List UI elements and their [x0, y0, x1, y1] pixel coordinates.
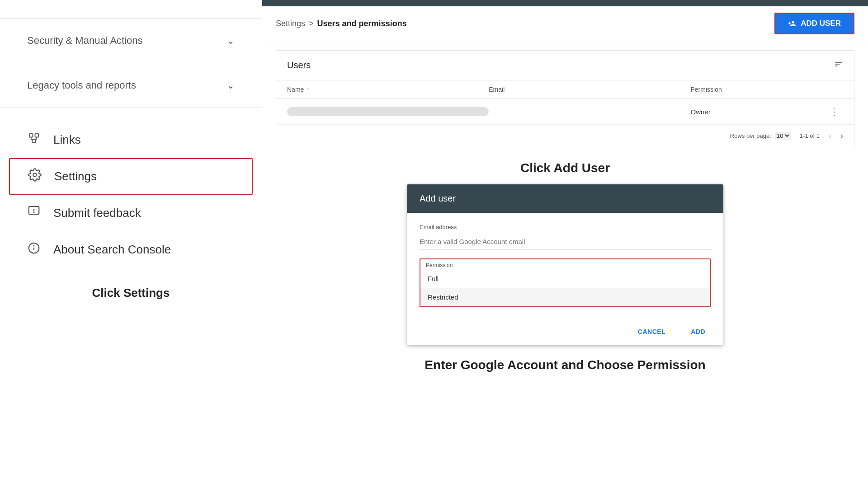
svg-rect-1 [35, 134, 39, 137]
dialog-overlay: Add user Email address Permission Full R… [276, 184, 854, 345]
right-panel: Settings > Users and permissions ADD USE… [262, 0, 868, 488]
links-nav-label: Links [53, 133, 81, 147]
breadcrumb-separator: > [309, 19, 314, 28]
cancel-button[interactable]: CANCEL [629, 324, 675, 340]
col-name-header[interactable]: Name ↑ [287, 86, 489, 93]
table-row: Owner ⋮ [276, 99, 854, 125]
permission-option-restricted[interactable]: Restricted [420, 288, 710, 306]
col-email-header: Email [489, 86, 690, 93]
table-header-row: Name ↑ Email Permission [276, 80, 854, 99]
about-nav-label: About Search Console [53, 243, 171, 257]
col-permission-header: Permission [691, 86, 826, 93]
legacy-accordion[interactable]: Legacy tools and reports ⌄ [0, 63, 262, 108]
chevron-down-icon: ⌄ [227, 80, 235, 91]
row-actions-col[interactable]: ⋮ [825, 106, 843, 117]
name-redacted [287, 107, 489, 116]
prev-page-button[interactable]: ‹ [829, 131, 831, 141]
left-panel: Security & Manual Actions ⌄ Legacy tools… [0, 0, 262, 488]
click-add-user-instruction: Click Add User [262, 161, 868, 175]
pagination-row: Rows per page: 10 25 50 1-1 of 1 ‹ › [276, 125, 854, 147]
dialog-footer: CANCEL ADD [407, 318, 723, 345]
permission-dropdown-label: Permission [420, 259, 710, 269]
rows-per-page-label: Rows per page: [730, 132, 771, 139]
breadcrumb-parent[interactable]: Settings [276, 19, 305, 28]
dialog-body: Email address Permission Full Restricted [407, 213, 723, 318]
info-icon [27, 241, 41, 258]
breadcrumb-row: Settings > Users and permissions ADD USE… [262, 6, 868, 41]
email-field-label: Email address [420, 224, 711, 230]
links-icon [27, 131, 41, 148]
bottom-instruction: Enter Google Account and Choose Permissi… [262, 358, 868, 372]
nav-items: Links Settings Submit feedback [0, 122, 262, 268]
permission-dropdown[interactable]: Permission Full Restricted [420, 258, 711, 307]
add-user-btn-label: ADD USER [801, 19, 841, 28]
next-page-button[interactable]: › [840, 131, 843, 141]
sidebar-item-feedback[interactable]: Submit feedback [0, 195, 262, 231]
page-info: 1-1 of 1 [800, 132, 820, 139]
rows-per-page: Rows per page: 10 25 50 [730, 132, 791, 140]
svg-rect-2 [32, 140, 36, 143]
filter-icon[interactable] [834, 60, 843, 71]
users-title: Users [287, 60, 311, 70]
security-label: Security & Manual Actions [27, 35, 143, 47]
add-user-button[interactable]: ADD USER [774, 13, 854, 34]
add-button[interactable]: ADD [682, 324, 714, 340]
sidebar-item-links[interactable]: Links [0, 122, 262, 158]
col-actions-header [825, 86, 843, 93]
add-user-dialog: Add user Email address Permission Full R… [407, 184, 723, 345]
legacy-label: Legacy tools and reports [27, 80, 136, 91]
gear-icon [28, 168, 42, 185]
sort-icon: ↑ [307, 86, 309, 93]
sidebar-item-about[interactable]: About Search Console [0, 231, 262, 268]
row-permission-col: Owner [691, 108, 826, 116]
settings-nav-label: Settings [54, 169, 97, 183]
permission-option-full[interactable]: Full [420, 269, 710, 288]
svg-rect-0 [29, 134, 33, 137]
row-name-col [287, 107, 489, 116]
breadcrumb-current: Users and permissions [317, 19, 407, 28]
rows-per-page-select[interactable]: 10 25 50 [775, 132, 791, 140]
click-settings-instruction: Click Settings [0, 286, 262, 300]
dialog-header: Add user [407, 184, 723, 213]
users-card: Users Name ↑ Email Permission Owner ⋮ [276, 50, 854, 147]
breadcrumb: Settings > Users and permissions [276, 19, 407, 28]
users-card-header: Users [276, 51, 854, 80]
top-bar [262, 0, 868, 6]
svg-point-6 [33, 173, 37, 177]
feedback-icon [27, 205, 41, 221]
security-accordion[interactable]: Security & Manual Actions ⌄ [0, 18, 262, 63]
add-user-icon [788, 19, 796, 28]
email-input[interactable] [420, 234, 711, 249]
feedback-nav-label: Submit feedback [53, 206, 141, 220]
sidebar-item-settings[interactable]: Settings [9, 158, 253, 195]
chevron-down-icon: ⌄ [227, 35, 235, 46]
